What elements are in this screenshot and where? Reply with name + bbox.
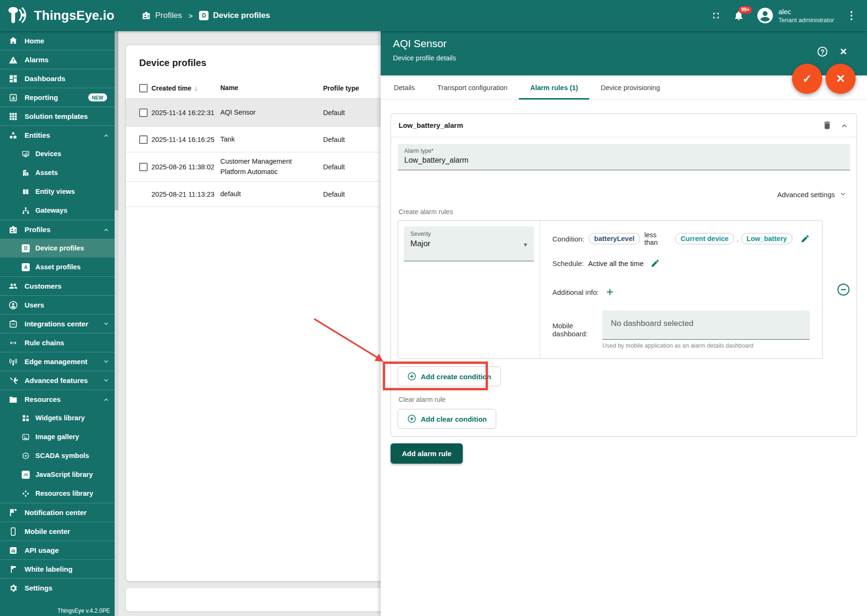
entity-views-icon bbox=[22, 188, 30, 196]
collapse-alarm-rule-button[interactable] bbox=[840, 121, 849, 130]
sidebar-item-home[interactable]: Home bbox=[0, 31, 115, 50]
device-profiles-icon: D bbox=[22, 244, 30, 252]
notifications-button[interactable]: 99+ bbox=[733, 10, 744, 21]
close-icon[interactable]: ✕ bbox=[840, 46, 847, 57]
table-title: Device profiles bbox=[126, 45, 400, 78]
sidebar-item-widgets-library[interactable]: Widgets library bbox=[0, 408, 115, 427]
mobile-dashboard-label: Mobile dashboard: bbox=[552, 322, 595, 338]
alarm-warning-icon bbox=[8, 55, 18, 65]
edit-schedule-button[interactable] bbox=[650, 258, 660, 268]
remove-condition-button[interactable] bbox=[837, 283, 850, 296]
more-menu-button[interactable]: ⋮ bbox=[846, 9, 857, 22]
sidebar-item-scada-symbols[interactable]: SCADA symbols bbox=[0, 446, 115, 465]
sidebar-item-asset-profiles[interactable]: A Asset profiles bbox=[0, 258, 115, 276]
sidebar-item-solution-templates[interactable]: Solution templates bbox=[0, 107, 115, 125]
sidebar-item-device-profiles[interactable]: D Device profiles bbox=[0, 239, 115, 258]
tab-details[interactable]: Details bbox=[383, 75, 426, 100]
fullscreen-button[interactable] bbox=[711, 11, 721, 20]
sidebar-item-advanced-features[interactable]: Advanced features bbox=[0, 371, 115, 390]
panel-header: AQI Sensor Device profile details ? ✕ bbox=[381, 31, 867, 75]
breadcrumb-profiles[interactable]: Profiles bbox=[142, 11, 182, 20]
clear-alarm-rule-label: Clear alarm rule bbox=[399, 396, 850, 403]
sidebar-item-mobile-center[interactable]: Mobile center bbox=[0, 522, 115, 541]
help-icon[interactable]: ? bbox=[817, 47, 827, 57]
plus-icon bbox=[605, 287, 615, 297]
advanced-settings-toggle[interactable]: Advanced settings bbox=[398, 190, 850, 199]
chevron-up-icon bbox=[840, 121, 849, 130]
condition-value-chip[interactable]: Low_battery bbox=[741, 233, 792, 244]
sidebar-item-customers[interactable]: Customers bbox=[0, 276, 115, 295]
sidebar-item-entity-views[interactable]: Entity views bbox=[0, 182, 115, 201]
schedule-label: Schedule: bbox=[552, 259, 584, 267]
sidebar-item-alarms[interactable]: Alarms bbox=[0, 50, 115, 69]
table-row[interactable]: 2025-11-14 16:22:31 AQI Sensor Default bbox=[126, 99, 400, 127]
sidebar-item-notification-center[interactable]: Notification center bbox=[0, 503, 115, 522]
row-checkbox[interactable] bbox=[139, 163, 148, 171]
add-additional-info-button[interactable] bbox=[605, 287, 615, 297]
plus-circle-icon bbox=[407, 372, 417, 381]
sidebar-item-reporting[interactable]: Reporting NEW bbox=[0, 88, 115, 107]
mobile-dashboard-select[interactable]: No dashboard selected bbox=[602, 310, 810, 340]
discard-changes-fab[interactable]: ✕ bbox=[825, 64, 856, 94]
sidebar-item-assets[interactable]: Assets bbox=[0, 163, 115, 182]
close-icon: ✕ bbox=[836, 72, 845, 85]
alarm-type-field[interactable]: Alarm type* Low_battery_alarm bbox=[398, 144, 850, 170]
delete-alarm-rule-button[interactable] bbox=[822, 120, 832, 130]
tab-alarm-rules[interactable]: Alarm rules (1) bbox=[519, 75, 590, 100]
chevron-down-icon bbox=[102, 377, 110, 384]
sidebar-item-edge-management[interactable]: Edge management bbox=[0, 352, 115, 371]
column-created-time[interactable]: Created time↓ bbox=[151, 84, 220, 92]
sidebar-item-users[interactable]: Users bbox=[0, 295, 115, 314]
widgets-library-icon bbox=[22, 414, 30, 422]
sidebar-item-image-gallery[interactable]: Image gallery bbox=[0, 427, 115, 446]
sidebar-item-white-labeling[interactable]: White labeling bbox=[0, 559, 115, 578]
breadcrumb-device-profiles[interactable]: D Device profiles bbox=[199, 11, 270, 20]
create-alarm-rules-label: Create alarm rules bbox=[399, 208, 850, 216]
severity-select[interactable]: Severity Major ▼ bbox=[404, 226, 534, 261]
tab-transport-configuration[interactable]: Transport configuration bbox=[426, 75, 519, 100]
scrollbar-thumb[interactable] bbox=[115, 31, 118, 210]
check-icon: ✓ bbox=[802, 72, 812, 85]
apply-changes-fab[interactable]: ✓ bbox=[792, 64, 822, 94]
edit-condition-button[interactable] bbox=[800, 234, 810, 243]
sidebar-item-dashboards[interactable]: Dashboards bbox=[0, 69, 115, 88]
user-menu[interactable]: alec Tenant administrator bbox=[757, 7, 834, 24]
sidebar-scrollbar[interactable] bbox=[115, 31, 118, 616]
condition-entity-chip[interactable]: Current device bbox=[675, 233, 734, 244]
javascript-icon: JS bbox=[22, 471, 30, 479]
select-all-checkbox[interactable] bbox=[139, 84, 148, 92]
alarm-type-label: Alarm type* bbox=[404, 148, 843, 154]
sidebar-item-devices[interactable]: Devices bbox=[0, 144, 115, 163]
top-bar: ThingsEye.io Profiles > D Device profile… bbox=[0, 0, 867, 31]
severity-label: Severity bbox=[410, 231, 527, 237]
sidebar-item-api-usage[interactable]: API usage bbox=[0, 541, 115, 559]
add-alarm-rule-button[interactable]: Add alarm rule bbox=[391, 443, 463, 464]
column-name[interactable]: Name bbox=[220, 83, 323, 92]
row-checkbox[interactable] bbox=[139, 108, 148, 117]
sidebar-item-resources-library[interactable]: Resources library bbox=[0, 484, 115, 503]
chevron-up-icon bbox=[102, 396, 110, 403]
sidebar-item-rule-chains[interactable]: Rule chains bbox=[0, 333, 115, 352]
sidebar-item-profiles[interactable]: Profiles bbox=[0, 220, 115, 239]
add-create-condition-button[interactable]: Add create condition bbox=[398, 366, 500, 386]
sidebar-item-entities[interactable]: Entities bbox=[0, 125, 115, 144]
table-row[interactable]: 2025-08-21 11:13:23 default Default bbox=[126, 182, 400, 207]
device-profile-icon: D bbox=[199, 11, 208, 20]
sidebar-item-javascript-library[interactable]: JS JavaScript library bbox=[0, 465, 115, 484]
sidebar-item-settings[interactable]: Settings bbox=[0, 578, 115, 597]
sidebar-item-integrations-center[interactable]: Integrations center bbox=[0, 314, 115, 333]
table-row[interactable]: 2025-11-14 16:16:25 Tank Default bbox=[126, 127, 400, 152]
table-row[interactable]: 2025-08-26 11:38:02 Customer Management … bbox=[126, 152, 400, 182]
tab-device-provisioning[interactable]: Device provisioning bbox=[589, 75, 671, 100]
solution-templates-icon bbox=[8, 112, 18, 121]
condition-key-chip[interactable]: batteryLevel bbox=[589, 233, 640, 244]
user-name: alec bbox=[778, 8, 834, 17]
chevron-up-icon bbox=[102, 132, 110, 139]
row-checkbox[interactable] bbox=[139, 135, 148, 144]
sidebar-item-gateways[interactable]: Gateways bbox=[0, 201, 115, 220]
add-clear-condition-button[interactable]: Add clear condition bbox=[398, 409, 496, 429]
reporting-icon bbox=[8, 93, 18, 102]
additional-info-row: Additional info: bbox=[552, 287, 810, 297]
app-logo[interactable]: ThingsEye.io bbox=[0, 6, 118, 25]
sidebar-item-resources[interactable]: Resources bbox=[0, 390, 115, 408]
